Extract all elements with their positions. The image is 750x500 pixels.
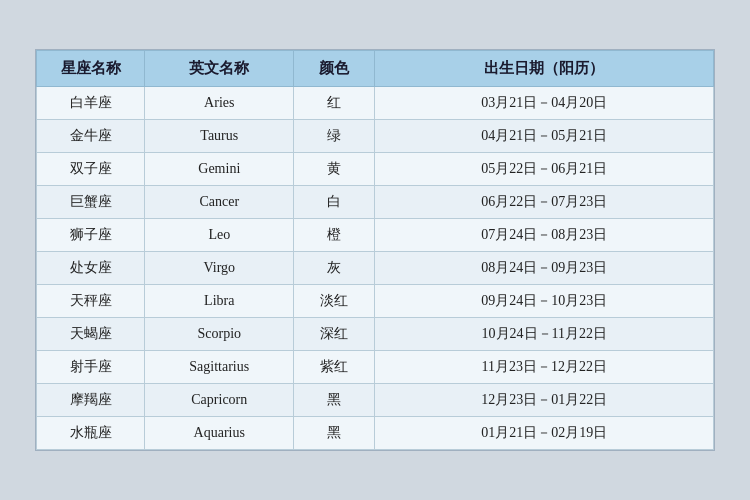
- cell-english: Capricorn: [145, 384, 294, 417]
- header-chinese: 星座名称: [37, 51, 145, 87]
- cell-chinese: 水瓶座: [37, 417, 145, 450]
- cell-color: 灰: [294, 252, 375, 285]
- table-row: 巨蟹座Cancer白06月22日－07月23日: [37, 186, 714, 219]
- table-body: 白羊座Aries红03月21日－04月20日金牛座Taurus绿04月21日－0…: [37, 87, 714, 450]
- cell-color: 红: [294, 87, 375, 120]
- cell-english: Aries: [145, 87, 294, 120]
- cell-date: 08月24日－09月23日: [375, 252, 714, 285]
- cell-date: 07月24日－08月23日: [375, 219, 714, 252]
- cell-date: 01月21日－02月19日: [375, 417, 714, 450]
- cell-date: 11月23日－12月22日: [375, 351, 714, 384]
- cell-chinese: 巨蟹座: [37, 186, 145, 219]
- cell-chinese: 处女座: [37, 252, 145, 285]
- cell-english: Gemini: [145, 153, 294, 186]
- cell-color: 白: [294, 186, 375, 219]
- cell-english: Scorpio: [145, 318, 294, 351]
- cell-english: Virgo: [145, 252, 294, 285]
- cell-english: Aquarius: [145, 417, 294, 450]
- cell-english: Cancer: [145, 186, 294, 219]
- cell-chinese: 射手座: [37, 351, 145, 384]
- table-row: 金牛座Taurus绿04月21日－05月21日: [37, 120, 714, 153]
- cell-date: 05月22日－06月21日: [375, 153, 714, 186]
- cell-color: 深红: [294, 318, 375, 351]
- cell-chinese: 双子座: [37, 153, 145, 186]
- cell-color: 紫红: [294, 351, 375, 384]
- cell-chinese: 金牛座: [37, 120, 145, 153]
- table-row: 狮子座Leo橙07月24日－08月23日: [37, 219, 714, 252]
- cell-date: 09月24日－10月23日: [375, 285, 714, 318]
- table-row: 天秤座Libra淡红09月24日－10月23日: [37, 285, 714, 318]
- cell-chinese: 天秤座: [37, 285, 145, 318]
- table-row: 双子座Gemini黄05月22日－06月21日: [37, 153, 714, 186]
- table-row: 水瓶座Aquarius黑01月21日－02月19日: [37, 417, 714, 450]
- header-date: 出生日期（阳历）: [375, 51, 714, 87]
- cell-date: 06月22日－07月23日: [375, 186, 714, 219]
- cell-chinese: 白羊座: [37, 87, 145, 120]
- cell-chinese: 天蝎座: [37, 318, 145, 351]
- cell-date: 12月23日－01月22日: [375, 384, 714, 417]
- cell-color: 绿: [294, 120, 375, 153]
- cell-date: 10月24日－11月22日: [375, 318, 714, 351]
- cell-color: 黄: [294, 153, 375, 186]
- table-row: 处女座Virgo灰08月24日－09月23日: [37, 252, 714, 285]
- cell-color: 橙: [294, 219, 375, 252]
- table-header-row: 星座名称 英文名称 颜色 出生日期（阳历）: [37, 51, 714, 87]
- cell-chinese: 狮子座: [37, 219, 145, 252]
- table-row: 白羊座Aries红03月21日－04月20日: [37, 87, 714, 120]
- cell-color: 淡红: [294, 285, 375, 318]
- cell-english: Taurus: [145, 120, 294, 153]
- header-color: 颜色: [294, 51, 375, 87]
- cell-color: 黑: [294, 417, 375, 450]
- cell-english: Leo: [145, 219, 294, 252]
- table-row: 天蝎座Scorpio深红10月24日－11月22日: [37, 318, 714, 351]
- cell-chinese: 摩羯座: [37, 384, 145, 417]
- table-row: 射手座Sagittarius紫红11月23日－12月22日: [37, 351, 714, 384]
- zodiac-table-container: 星座名称 英文名称 颜色 出生日期（阳历） 白羊座Aries红03月21日－04…: [35, 49, 715, 451]
- header-english: 英文名称: [145, 51, 294, 87]
- cell-date: 03月21日－04月20日: [375, 87, 714, 120]
- cell-english: Sagittarius: [145, 351, 294, 384]
- zodiac-table: 星座名称 英文名称 颜色 出生日期（阳历） 白羊座Aries红03月21日－04…: [36, 50, 714, 450]
- cell-date: 04月21日－05月21日: [375, 120, 714, 153]
- cell-english: Libra: [145, 285, 294, 318]
- cell-color: 黑: [294, 384, 375, 417]
- table-row: 摩羯座Capricorn黑12月23日－01月22日: [37, 384, 714, 417]
